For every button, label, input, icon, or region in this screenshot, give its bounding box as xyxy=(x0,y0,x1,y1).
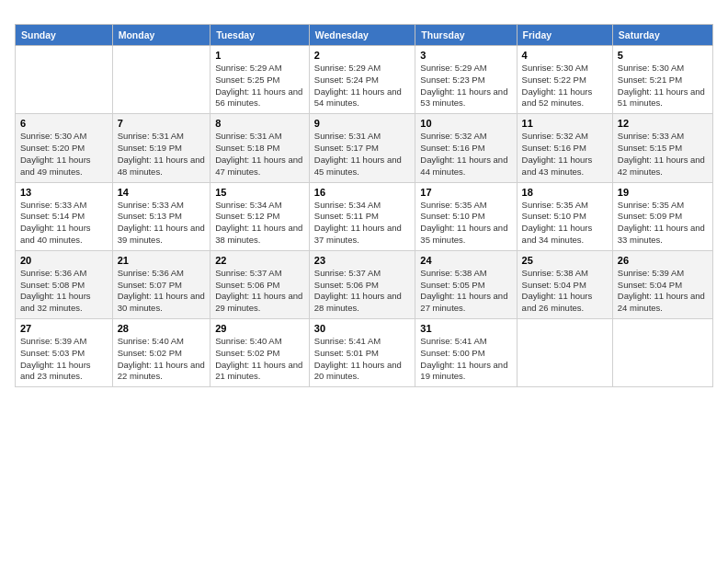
day-number: 31 xyxy=(420,323,511,334)
day-number: 8 xyxy=(215,118,304,129)
day-info: Sunrise: 5:35 AMSunset: 5:10 PMDaylight:… xyxy=(420,200,511,247)
day-cell: 5Sunrise: 5:30 AMSunset: 5:21 PMDaylight… xyxy=(612,46,712,114)
week-row-4: 20Sunrise: 5:36 AMSunset: 5:08 PMDayligh… xyxy=(16,250,713,318)
week-row-3: 13Sunrise: 5:33 AMSunset: 5:14 PMDayligh… xyxy=(16,182,713,250)
day-number: 14 xyxy=(118,187,206,198)
day-number: 9 xyxy=(314,118,411,129)
day-cell: 31Sunrise: 5:41 AMSunset: 5:00 PMDayligh… xyxy=(415,319,517,387)
day-info: Sunrise: 5:29 AMSunset: 5:23 PMDaylight:… xyxy=(420,63,511,109)
week-row-5: 27Sunrise: 5:39 AMSunset: 5:03 PMDayligh… xyxy=(16,319,713,387)
day-number: 10 xyxy=(420,118,511,129)
day-number: 25 xyxy=(522,255,608,266)
day-info: Sunrise: 5:33 AMSunset: 5:13 PMDaylight:… xyxy=(118,200,206,247)
day-cell: 2Sunrise: 5:29 AMSunset: 5:24 PMDaylight… xyxy=(309,46,415,114)
day-cell: 3Sunrise: 5:29 AMSunset: 5:23 PMDaylight… xyxy=(415,46,517,114)
day-cell: 15Sunrise: 5:34 AMSunset: 5:12 PMDayligh… xyxy=(210,182,310,250)
header-sunday: Sunday xyxy=(16,25,113,46)
header-wednesday: Wednesday xyxy=(309,25,415,46)
day-cell: 30Sunrise: 5:41 AMSunset: 5:01 PMDayligh… xyxy=(309,319,415,387)
day-info: Sunrise: 5:36 AMSunset: 5:08 PMDaylight:… xyxy=(20,268,108,315)
day-cell: 17Sunrise: 5:35 AMSunset: 5:10 PMDayligh… xyxy=(415,182,517,250)
day-number: 15 xyxy=(215,187,304,198)
day-number: 27 xyxy=(20,323,108,334)
day-number: 30 xyxy=(314,323,411,334)
day-info: Sunrise: 5:30 AMSunset: 5:21 PMDaylight:… xyxy=(618,63,708,109)
day-number: 29 xyxy=(215,323,304,334)
day-cell: 13Sunrise: 5:33 AMSunset: 5:14 PMDayligh… xyxy=(16,182,113,250)
day-info: Sunrise: 5:35 AMSunset: 5:10 PMDaylight:… xyxy=(522,200,608,247)
day-cell: 27Sunrise: 5:39 AMSunset: 5:03 PMDayligh… xyxy=(16,319,113,387)
day-info: Sunrise: 5:36 AMSunset: 5:07 PMDaylight:… xyxy=(118,268,206,315)
day-info: Sunrise: 5:31 AMSunset: 5:17 PMDaylight:… xyxy=(314,131,411,178)
day-cell: 1Sunrise: 5:29 AMSunset: 5:25 PMDaylight… xyxy=(210,46,310,114)
day-info: Sunrise: 5:40 AMSunset: 5:02 PMDaylight:… xyxy=(215,336,304,383)
header-tuesday: Tuesday xyxy=(210,25,310,46)
day-info: Sunrise: 5:37 AMSunset: 5:06 PMDaylight:… xyxy=(314,268,411,315)
day-number: 2 xyxy=(314,50,411,61)
day-info: Sunrise: 5:34 AMSunset: 5:12 PMDaylight:… xyxy=(215,200,304,247)
day-cell xyxy=(517,319,612,387)
day-cell: 22Sunrise: 5:37 AMSunset: 5:06 PMDayligh… xyxy=(210,250,310,318)
day-info: Sunrise: 5:33 AMSunset: 5:15 PMDaylight:… xyxy=(618,131,708,178)
day-cell: 10Sunrise: 5:32 AMSunset: 5:16 PMDayligh… xyxy=(415,114,517,182)
day-cell: 29Sunrise: 5:40 AMSunset: 5:02 PMDayligh… xyxy=(210,319,310,387)
header-row: SundayMondayTuesdayWednesdayThursdayFrid… xyxy=(16,25,713,46)
day-info: Sunrise: 5:33 AMSunset: 5:14 PMDaylight:… xyxy=(20,200,108,247)
header-saturday: Saturday xyxy=(612,25,712,46)
day-number: 21 xyxy=(118,255,206,266)
day-number: 11 xyxy=(522,118,608,129)
day-number: 28 xyxy=(118,323,206,334)
header-friday: Friday xyxy=(517,25,612,46)
header-monday: Monday xyxy=(112,25,210,46)
day-cell: 21Sunrise: 5:36 AMSunset: 5:07 PMDayligh… xyxy=(112,250,210,318)
day-cell: 11Sunrise: 5:32 AMSunset: 5:16 PMDayligh… xyxy=(517,114,612,182)
day-info: Sunrise: 5:30 AMSunset: 5:22 PMDaylight:… xyxy=(522,63,608,109)
day-info: Sunrise: 5:34 AMSunset: 5:11 PMDaylight:… xyxy=(314,200,411,247)
day-cell: 26Sunrise: 5:39 AMSunset: 5:04 PMDayligh… xyxy=(612,250,712,318)
day-number: 3 xyxy=(420,50,511,61)
day-info: Sunrise: 5:41 AMSunset: 5:01 PMDaylight:… xyxy=(314,336,411,383)
day-info: Sunrise: 5:39 AMSunset: 5:04 PMDaylight:… xyxy=(618,268,708,315)
day-info: Sunrise: 5:31 AMSunset: 5:19 PMDaylight:… xyxy=(118,131,206,178)
day-info: Sunrise: 5:37 AMSunset: 5:06 PMDaylight:… xyxy=(215,268,304,315)
day-number: 23 xyxy=(314,255,411,266)
day-cell: 18Sunrise: 5:35 AMSunset: 5:10 PMDayligh… xyxy=(517,182,612,250)
day-number: 6 xyxy=(20,118,108,129)
day-info: Sunrise: 5:41 AMSunset: 5:00 PMDaylight:… xyxy=(420,336,511,383)
day-info: Sunrise: 5:32 AMSunset: 5:16 PMDaylight:… xyxy=(522,131,608,178)
day-cell: 14Sunrise: 5:33 AMSunset: 5:13 PMDayligh… xyxy=(112,182,210,250)
day-number: 18 xyxy=(522,187,608,198)
day-cell: 16Sunrise: 5:34 AMSunset: 5:11 PMDayligh… xyxy=(309,182,415,250)
day-number: 19 xyxy=(618,187,708,198)
day-cell xyxy=(16,46,113,114)
day-cell: 6Sunrise: 5:30 AMSunset: 5:20 PMDaylight… xyxy=(16,114,113,182)
day-info: Sunrise: 5:32 AMSunset: 5:16 PMDaylight:… xyxy=(420,131,511,178)
week-row-2: 6Sunrise: 5:30 AMSunset: 5:20 PMDaylight… xyxy=(16,114,713,182)
day-number: 5 xyxy=(618,50,708,61)
day-cell: 7Sunrise: 5:31 AMSunset: 5:19 PMDaylight… xyxy=(112,114,210,182)
day-number: 1 xyxy=(215,50,304,61)
day-number: 16 xyxy=(314,187,411,198)
day-info: Sunrise: 5:40 AMSunset: 5:02 PMDaylight:… xyxy=(118,336,206,383)
day-cell: 24Sunrise: 5:38 AMSunset: 5:05 PMDayligh… xyxy=(415,250,517,318)
day-number: 24 xyxy=(420,255,511,266)
day-info: Sunrise: 5:38 AMSunset: 5:04 PMDaylight:… xyxy=(522,268,608,315)
day-number: 20 xyxy=(20,255,108,266)
day-number: 22 xyxy=(215,255,304,266)
day-number: 7 xyxy=(118,118,206,129)
day-info: Sunrise: 5:38 AMSunset: 5:05 PMDaylight:… xyxy=(420,268,511,315)
day-info: Sunrise: 5:35 AMSunset: 5:09 PMDaylight:… xyxy=(618,200,708,247)
day-number: 4 xyxy=(522,50,608,61)
week-row-1: 1Sunrise: 5:29 AMSunset: 5:25 PMDaylight… xyxy=(16,46,713,114)
day-cell: 28Sunrise: 5:40 AMSunset: 5:02 PMDayligh… xyxy=(112,319,210,387)
day-cell: 20Sunrise: 5:36 AMSunset: 5:08 PMDayligh… xyxy=(16,250,113,318)
day-number: 13 xyxy=(20,187,108,198)
day-info: Sunrise: 5:31 AMSunset: 5:18 PMDaylight:… xyxy=(215,131,304,178)
day-cell: 23Sunrise: 5:37 AMSunset: 5:06 PMDayligh… xyxy=(309,250,415,318)
header-thursday: Thursday xyxy=(415,25,517,46)
day-cell xyxy=(112,46,210,114)
day-info: Sunrise: 5:29 AMSunset: 5:25 PMDaylight:… xyxy=(215,63,304,109)
day-number: 12 xyxy=(618,118,708,129)
day-cell: 8Sunrise: 5:31 AMSunset: 5:18 PMDaylight… xyxy=(210,114,310,182)
day-info: Sunrise: 5:29 AMSunset: 5:24 PMDaylight:… xyxy=(314,63,411,109)
